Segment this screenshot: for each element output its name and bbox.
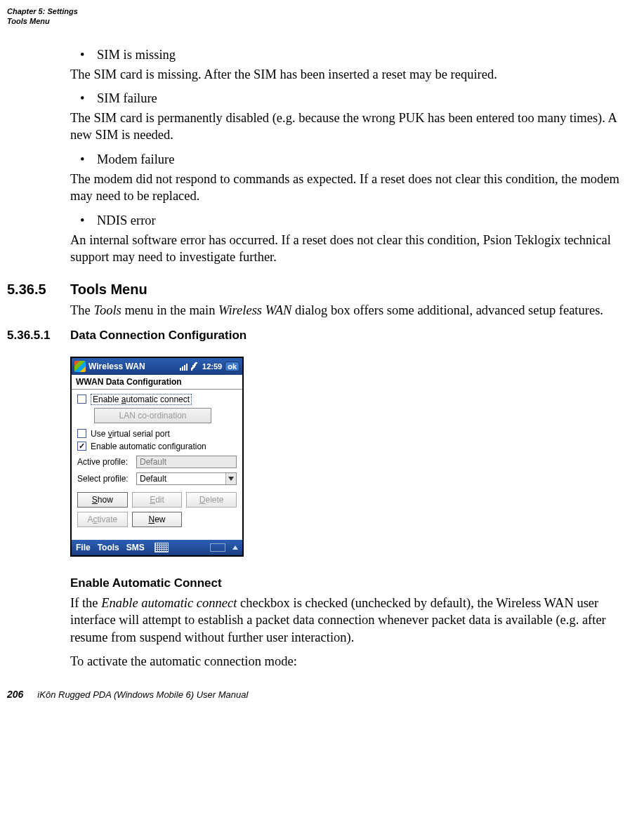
para-enable-auto-connect: If the Enable automatic connect checkbox… [70,595,623,646]
page-number: 206 [7,689,23,700]
footer-title: iKôn Rugged PDA (Windows Mobile 6) User … [37,689,248,700]
show-button[interactable]: Show [77,492,128,508]
header-chapter: Chapter 5: Settings [7,7,623,17]
select-profile-value: Default [137,473,225,484]
activate-button: Activate [77,512,128,527]
button-placeholder [186,512,237,527]
active-profile-label: Active profile: [77,457,132,467]
para-tools-intro: The Tools menu in the main Wireless WAN … [70,302,623,319]
checkbox-label: Use virtual serial port [91,429,170,439]
subheading-title: Data Connection Configuration [70,329,247,343]
bullet-sim-missing: SIM is missing [80,46,623,63]
device-screen: Wireless WAN 12:59 ok WWAN Data Configur… [72,358,242,555]
page: Chapter 5: Settings Tools Menu SIM is mi… [0,0,644,714]
checkbox-auto-connect[interactable]: Enable automatic connect [77,394,237,405]
clock: 12:59 [202,362,222,371]
subheading-number: 5.36.5.1 [7,329,70,343]
ok-button[interactable]: ok [225,362,239,371]
para-ndis-error: An internal software error has occurred.… [70,232,623,266]
checkbox-label: Enable automatic configuration [91,442,206,451]
edit-button: Edit [132,492,183,508]
footer: 206 iKôn Rugged PDA (Windows Mobile 6) U… [7,689,623,700]
sip-icon[interactable] [210,543,225,552]
signal-icon [180,362,188,371]
select-profile-dropdown[interactable]: Default [136,472,237,485]
start-icon[interactable] [74,361,86,372]
caret-up-icon[interactable] [232,545,238,550]
heading-number: 5.36.5 [7,281,70,298]
select-profile-row: Select profile: Default [77,472,237,485]
dialog-body: Enable automatic connect LAN co-ordinati… [72,390,242,540]
profile-buttons: Show Edit Delete Activate New [77,492,237,527]
heading-data-conn-config: 5.36.5.1 Data Connection Configuration [7,329,623,343]
bullet-ndis-error: NDIS error [80,212,623,229]
dialog-title: WWAN Data Configuration [72,375,242,390]
select-profile-label: Select profile: [77,474,132,484]
menu-bar: File Tools SMS [72,540,242,555]
para-sim-missing: The SIM card is missing. After the SIM h… [70,66,623,83]
window-title: Wireless WAN [88,362,177,371]
checkbox-icon [77,442,86,451]
keyboard-icon[interactable] [155,543,169,552]
para-sim-failure: The SIM card is permanently disabled (e.… [70,110,623,144]
header-section: Tools Menu [7,17,623,27]
para-modem-failure: The modem did not respond to commands as… [70,171,623,205]
bullet-modem-failure: Modem failure [80,151,623,168]
lan-coordination-button: LAN co-ordination [94,408,211,423]
new-button[interactable]: New [132,512,183,527]
running-header: Chapter 5: Settings Tools Menu [7,7,623,27]
menu-file[interactable]: File [76,543,91,552]
screenshot-wwan-config: Wireless WAN 12:59 ok WWAN Data Configur… [70,357,244,557]
active-profile-row: Active profile: Default [77,456,237,468]
status-icons: 12:59 [180,362,222,371]
chevron-down-icon [225,473,236,484]
active-profile-value: Default [136,456,237,468]
title-bar: Wireless WAN 12:59 ok [72,358,242,375]
speaker-icon [191,362,199,371]
heading-enable-auto-connect: Enable Automatic Connect [70,576,623,590]
heading-title: Tools Menu [70,281,147,298]
heading-tools-menu: 5.36.5 Tools Menu [7,281,623,298]
checkbox-label: Enable automatic connect [91,394,192,405]
checkbox-auto-configuration[interactable]: Enable automatic configuration [77,442,237,451]
menu-tools[interactable]: Tools [98,543,119,552]
checkbox-icon [77,395,86,404]
checkbox-virtual-serial-port[interactable]: Use virtual serial port [77,429,237,439]
menu-sms[interactable]: SMS [126,543,145,552]
bullet-sim-failure: SIM failure [80,90,623,107]
checkbox-icon [77,429,86,438]
para-activate-auto-mode: To activate the automatic connection mod… [70,653,623,670]
delete-button: Delete [186,492,237,508]
content-column: SIM is missing The SIM card is missing. … [70,46,623,670]
